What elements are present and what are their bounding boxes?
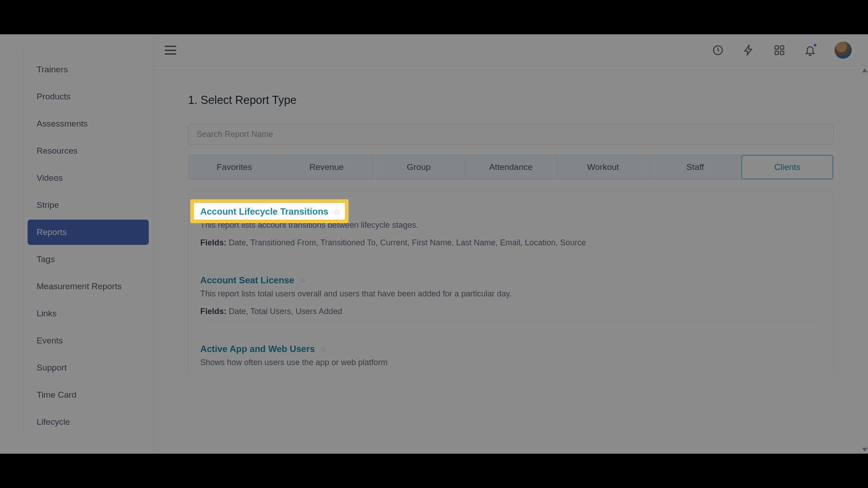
fields-label: Fields: (200, 307, 226, 316)
report-description: This report lists total users overall an… (200, 289, 821, 299)
tab-workout[interactable]: Workout (557, 155, 649, 179)
sidebar-item-support[interactable]: Support (28, 355, 149, 380)
main: 1. Select Report Type Favorites Revenue … (154, 34, 868, 454)
sidebar-list: Trainers Products Assessments Resources … (24, 51, 153, 435)
apps-icon[interactable] (773, 44, 786, 56)
tab-group[interactable]: Group (373, 155, 465, 179)
report-list: Account Lifecycle Transitions ☆ This rep… (188, 191, 834, 372)
menu-toggle-icon[interactable] (165, 46, 176, 55)
tab-staff[interactable]: Staff (649, 155, 741, 179)
search-input[interactable] (188, 124, 834, 145)
page-title: 1. Select Report Type (188, 94, 834, 107)
sidebar-item-assessments[interactable]: Assessments (28, 111, 149, 136)
notification-dot (813, 43, 817, 47)
fields-value: Date, Total Users, Users Added (229, 307, 342, 316)
report-fields: Fields: Date, Transitioned From, Transit… (200, 238, 821, 248)
content: 1. Select Report Type Favorites Revenue … (154, 66, 868, 372)
highlight-box: Account Lifecycle Transitions ☆ (200, 206, 340, 217)
star-icon[interactable]: ☆ (333, 207, 340, 216)
sidebar-item-trainers[interactable]: Trainers (28, 57, 149, 82)
app-root: Trainers Products Assessments Resources … (0, 34, 868, 454)
sidebar-item-tags[interactable]: Tags (28, 247, 149, 272)
sidebar-item-stripe[interactable]: Stripe (28, 192, 149, 218)
sidebar-item-reports[interactable]: Reports (28, 220, 149, 245)
report-title-link[interactable]: Active App and Web Users (200, 344, 315, 354)
report-description: Shows how often users use the app or web… (200, 358, 821, 367)
tab-clients[interactable]: Clients (741, 155, 833, 179)
fields-label: Fields: (200, 238, 226, 247)
scroll-down-icon[interactable] (862, 448, 868, 452)
clock-icon[interactable] (712, 44, 724, 56)
sidebar-item-resources[interactable]: Resources (28, 138, 149, 164)
tab-attendance[interactable]: Attendance (465, 155, 557, 179)
sidebar: Trainers Products Assessments Resources … (0, 34, 154, 454)
scroll-up-icon[interactable] (862, 68, 868, 72)
sidebar-item-time-card[interactable]: Time Card (28, 382, 149, 408)
report-title-link[interactable]: Account Lifecycle Transitions (200, 206, 328, 216)
sidebar-item-products[interactable]: Products (28, 84, 149, 109)
sidebar-item-lifecycle[interactable]: Lifecycle (28, 409, 149, 435)
report-title-link[interactable]: Account Seat License (200, 275, 294, 285)
bell-icon[interactable] (804, 44, 816, 56)
letterbox-bottom (0, 454, 868, 488)
sidebar-item-measurement-reports[interactable]: Measurement Reports (28, 274, 149, 299)
tab-favorites[interactable]: Favorites (189, 155, 281, 179)
fields-value: Date, Transitioned From, Transitioned To… (229, 238, 586, 247)
report-fields: Fields: Date, Total Users, Users Added (200, 307, 821, 316)
topbar (154, 34, 868, 66)
letterbox-top (0, 0, 868, 34)
report-item: Account Lifecycle Transitions ☆ This rep… (200, 191, 821, 260)
star-icon[interactable]: ☆ (299, 276, 306, 285)
report-tabs: Favorites Revenue Group Attendance Worko… (188, 155, 834, 180)
bolt-icon[interactable] (742, 44, 755, 56)
svg-rect-1 (775, 46, 778, 49)
report-item: Account Seat License ☆ This report lists… (200, 260, 821, 328)
sidebar-item-videos[interactable]: Videos (28, 165, 149, 191)
svg-rect-3 (775, 51, 778, 55)
svg-rect-4 (780, 51, 784, 55)
scrollbar[interactable] (861, 66, 868, 454)
tab-revenue[interactable]: Revenue (281, 155, 373, 179)
report-item: Active App and Web Users ☆ Shows how oft… (200, 328, 821, 372)
sidebar-item-events[interactable]: Events (28, 328, 149, 353)
star-icon[interactable]: ☆ (320, 345, 327, 354)
svg-rect-2 (780, 46, 784, 49)
sidebar-item-links[interactable]: Links (28, 301, 149, 326)
avatar[interactable] (835, 42, 852, 59)
